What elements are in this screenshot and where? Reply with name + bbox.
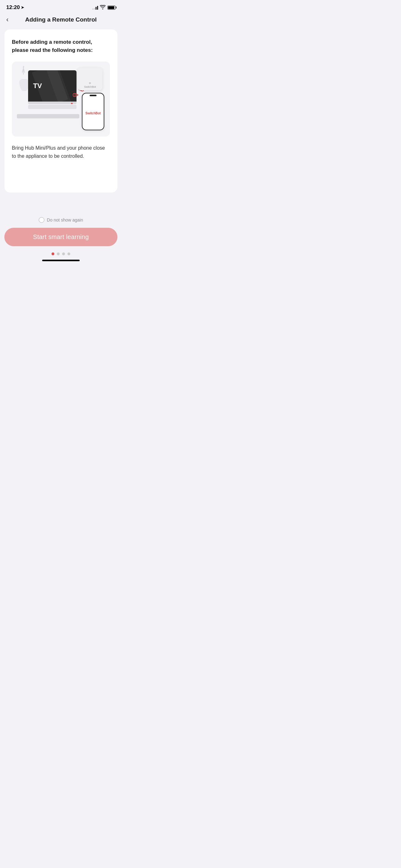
- battery-icon: [107, 6, 115, 10]
- checkbox-label: Do not show again: [47, 217, 83, 222]
- status-bar: 12:20 ➤: [0, 0, 122, 13]
- illustration: TV SwitchBot: [12, 62, 110, 136]
- tv-label: TV: [33, 82, 42, 90]
- description-text: Bring Hub Mini/Plus and your phone close…: [12, 144, 110, 161]
- checkbox-row[interactable]: Do not show again: [4, 217, 118, 223]
- nav-header: ‹ Adding a Remote Control: [0, 13, 122, 28]
- main-card: Before adding a remote control, please r…: [4, 29, 118, 192]
- time-display: 12:20: [6, 4, 20, 11]
- phone-app-label: SwitchBot: [86, 112, 101, 115]
- phone-device: SwitchBot: [82, 93, 104, 130]
- dot-2: [57, 252, 60, 255]
- home-bar: [42, 260, 80, 261]
- status-time: 12:20 ➤: [6, 4, 24, 11]
- location-icon: ➤: [21, 5, 24, 10]
- wifi-icon: [100, 5, 106, 10]
- hub-mini-dot: [89, 82, 91, 84]
- dots-indicator: [0, 252, 122, 255]
- page-title: Adding a Remote Control: [25, 16, 97, 23]
- card-intro-text: Before adding a remote control, please r…: [12, 38, 110, 54]
- hub-waves: [69, 88, 79, 103]
- phone-notch: [90, 95, 97, 96]
- dot-1: [52, 252, 54, 255]
- back-button[interactable]: ‹: [6, 16, 8, 24]
- signal-icon: [93, 5, 98, 10]
- status-icons: [93, 5, 115, 10]
- do-not-show-checkbox[interactable]: [39, 217, 44, 223]
- tv-table: [17, 114, 79, 118]
- home-indicator: [0, 260, 122, 264]
- tv-base: [28, 105, 76, 109]
- bottom-section: Do not show again Start smart learning: [0, 211, 122, 246]
- hub-mini-label: SwitchBot: [84, 85, 96, 88]
- hub-mini: SwitchBot: [77, 68, 102, 90]
- dot-3: [62, 252, 65, 255]
- dot-4: [67, 252, 70, 255]
- start-smart-learning-button[interactable]: Start smart learning: [4, 228, 118, 246]
